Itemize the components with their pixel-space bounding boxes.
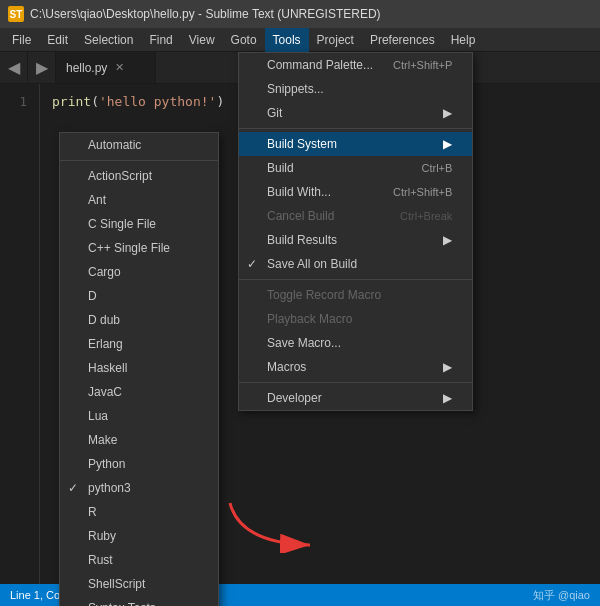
tab-nav-right[interactable]: ▶ (28, 52, 56, 83)
menu-help[interactable]: Help (443, 28, 484, 52)
line-number-1: 1 (12, 92, 27, 112)
save-macro-label: Save Macro... (267, 336, 341, 350)
bs-automatic[interactable]: Automatic (60, 133, 218, 157)
arrow-svg (220, 493, 340, 553)
titlebar: ST C:\Users\qiao\Desktop\hello.py - Subl… (0, 0, 600, 28)
bs-rust[interactable]: Rust (60, 548, 218, 572)
menu-macros[interactable]: Macros ▶ (239, 355, 472, 379)
menu-git[interactable]: Git ▶ (239, 101, 472, 125)
build-system-submenu: Automatic ActionScript Ant C Single File… (59, 132, 219, 606)
tab-nav-left[interactable]: ◀ (0, 52, 28, 83)
menu-find[interactable]: Find (141, 28, 180, 52)
bs-python[interactable]: Python (60, 452, 218, 476)
menubar: File Edit Selection Find View Goto Tools… (0, 28, 600, 52)
build-label: Build (267, 161, 294, 175)
bs-make[interactable]: Make (60, 428, 218, 452)
menu-build-results[interactable]: Build Results ▶ (239, 228, 472, 252)
bs-sep (60, 160, 218, 161)
watermark-text: 知乎 @qiao (533, 588, 590, 603)
bs-cargo[interactable]: Cargo (60, 260, 218, 284)
playback-macro-label: Playback Macro (267, 312, 352, 326)
tools-dropdown: Command Palette... Ctrl+Shift+P Snippets… (238, 52, 473, 411)
menu-playback-macro[interactable]: Playback Macro (239, 307, 472, 331)
menu-project[interactable]: Project (309, 28, 362, 52)
build-shortcut: Ctrl+B (402, 162, 453, 174)
menu-preferences[interactable]: Preferences (362, 28, 443, 52)
snippets-label: Snippets... (267, 82, 324, 96)
menu-save-macro[interactable]: Save Macro... (239, 331, 472, 355)
tab-close-button[interactable]: ✕ (115, 61, 124, 74)
bs-haskell[interactable]: Haskell (60, 356, 218, 380)
menu-developer[interactable]: Developer ▶ (239, 386, 472, 410)
code-string: 'hello python!' (99, 94, 216, 109)
line-numbers: 1 (0, 84, 40, 606)
build-system-label: Build System (267, 137, 337, 151)
cancel-build-shortcut: Ctrl+Break (380, 210, 452, 222)
menu-snippets[interactable]: Snippets... (239, 77, 472, 101)
menu-goto[interactable]: Goto (223, 28, 265, 52)
developer-arrow: ▶ (443, 391, 452, 405)
bs-python3[interactable]: ✓ python3 (60, 476, 218, 500)
arrow-annotation (220, 493, 340, 556)
macros-label: Macros (267, 360, 306, 374)
menu-command-palette[interactable]: Command Palette... Ctrl+Shift+P (239, 53, 472, 77)
command-palette-shortcut: Ctrl+Shift+P (373, 59, 452, 71)
bs-actionscript[interactable]: ActionScript (60, 164, 218, 188)
menu-cancel-build[interactable]: Cancel Build Ctrl+Break (239, 204, 472, 228)
bs-cpp-single-file[interactable]: C++ Single File (60, 236, 218, 260)
menu-build-with[interactable]: Build With... Ctrl+Shift+B (239, 180, 472, 204)
menu-view[interactable]: View (181, 28, 223, 52)
bs-ant[interactable]: Ant (60, 188, 218, 212)
macros-arrow: ▶ (443, 360, 452, 374)
bs-d[interactable]: D (60, 284, 218, 308)
build-with-label: Build With... (267, 185, 331, 199)
git-arrow: ▶ (443, 106, 452, 120)
command-palette-label: Command Palette... (267, 58, 373, 72)
separator-1 (239, 128, 472, 129)
bs-javac[interactable]: JavaC (60, 380, 218, 404)
separator-3 (239, 382, 472, 383)
build-system-arrow: ▶ (443, 137, 452, 151)
bs-ruby[interactable]: Ruby (60, 524, 218, 548)
build-results-arrow: ▶ (443, 233, 452, 247)
build-with-shortcut: Ctrl+Shift+B (373, 186, 452, 198)
build-results-label: Build Results (267, 233, 337, 247)
save-all-on-build-label: Save All on Build (267, 257, 357, 271)
bs-lua[interactable]: Lua (60, 404, 218, 428)
bs-syntax-tests[interactable]: Syntax Tests (60, 596, 218, 606)
git-label: Git (267, 106, 282, 120)
bs-c-single-file[interactable]: C Single File (60, 212, 218, 236)
menu-build[interactable]: Build Ctrl+B (239, 156, 472, 180)
tab-hello-py[interactable]: hello.py ✕ (56, 52, 156, 83)
menu-toggle-record-macro[interactable]: Toggle Record Macro (239, 283, 472, 307)
python3-checkmark: ✓ (68, 481, 78, 495)
code-function: print (52, 94, 91, 109)
menu-selection[interactable]: Selection (76, 28, 141, 52)
menu-build-system[interactable]: Build System ▶ Automatic ActionScript An… (239, 132, 472, 156)
separator-2 (239, 279, 472, 280)
toggle-record-label: Toggle Record Macro (267, 288, 381, 302)
menu-file[interactable]: File (4, 28, 39, 52)
menu-edit[interactable]: Edit (39, 28, 76, 52)
titlebar-text: C:\Users\qiao\Desktop\hello.py - Sublime… (30, 7, 592, 21)
developer-label: Developer (267, 391, 322, 405)
bs-erlang[interactable]: Erlang (60, 332, 218, 356)
app-icon: ST (8, 6, 24, 22)
bs-shellscript[interactable]: ShellScript (60, 572, 218, 596)
menu-tools[interactable]: Tools (265, 28, 309, 52)
bs-d-dub[interactable]: D dub (60, 308, 218, 332)
menu-save-all-on-build[interactable]: ✓ Save All on Build (239, 252, 472, 276)
save-all-checkmark: ✓ (247, 257, 257, 271)
cancel-build-label: Cancel Build (267, 209, 334, 223)
tab-filename: hello.py (66, 61, 107, 75)
automatic-label: Automatic (88, 138, 141, 152)
bs-r[interactable]: R (60, 500, 218, 524)
